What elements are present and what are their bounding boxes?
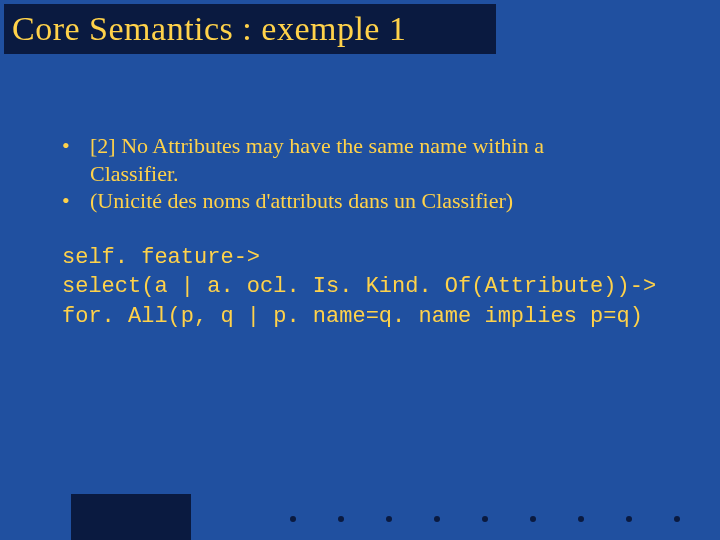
footer-dots: [290, 516, 680, 522]
list-item: (Unicité des noms d'attributs dans un Cl…: [62, 187, 662, 215]
dot-icon: [338, 516, 344, 522]
footer-decor-rect: [71, 494, 191, 540]
dot-icon: [674, 516, 680, 522]
slide-title: Core Semantics : exemple 1: [12, 10, 406, 48]
title-box: Core Semantics : exemple 1: [4, 4, 496, 54]
code-block: self. feature-> select(a | a. ocl. Is. K…: [62, 243, 662, 332]
bullet-text: (Unicité des noms d'attributs dans un Cl…: [90, 188, 513, 213]
bullet-text: Classifier.: [90, 161, 179, 186]
code-line: self. feature->: [62, 245, 260, 270]
code-line: for. All(p, q | p. name=q. name implies …: [62, 304, 643, 329]
code-line: select(a | a. ocl. Is. Kind. Of(Attribut…: [62, 274, 656, 299]
dot-icon: [386, 516, 392, 522]
dot-icon: [626, 516, 632, 522]
dot-icon: [530, 516, 536, 522]
bullet-text: [2] No Attributes may have the same name…: [90, 133, 544, 158]
bullet-list: [2] No Attributes may have the same name…: [62, 132, 662, 215]
dot-icon: [290, 516, 296, 522]
dot-icon: [434, 516, 440, 522]
dot-icon: [578, 516, 584, 522]
dot-icon: [482, 516, 488, 522]
slide-body: [2] No Attributes may have the same name…: [62, 132, 662, 332]
list-item: [2] No Attributes may have the same name…: [62, 132, 662, 187]
slide: Core Semantics : exemple 1 [2] No Attrib…: [0, 0, 720, 540]
